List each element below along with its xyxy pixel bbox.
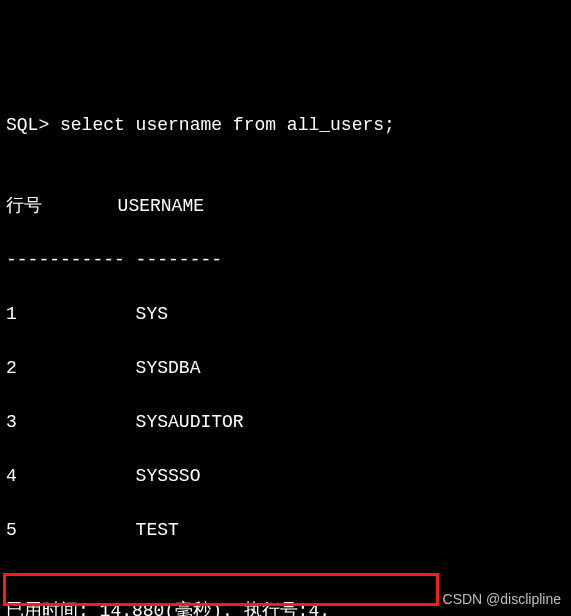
result-row: 5 TEST	[6, 517, 565, 544]
sql-query-line: SQL> select username from all_users;	[6, 112, 565, 139]
result-row: 3 SYSAUDITOR	[6, 409, 565, 436]
watermark: CSDN @disclipline	[443, 589, 561, 610]
result-row: 2 SYSDBA	[6, 355, 565, 382]
result-divider: ----------- --------	[6, 247, 565, 274]
result-row: 4 SYSSSO	[6, 463, 565, 490]
result-header: 行号 USERNAME	[6, 193, 565, 220]
result-row: 1 SYS	[6, 301, 565, 328]
